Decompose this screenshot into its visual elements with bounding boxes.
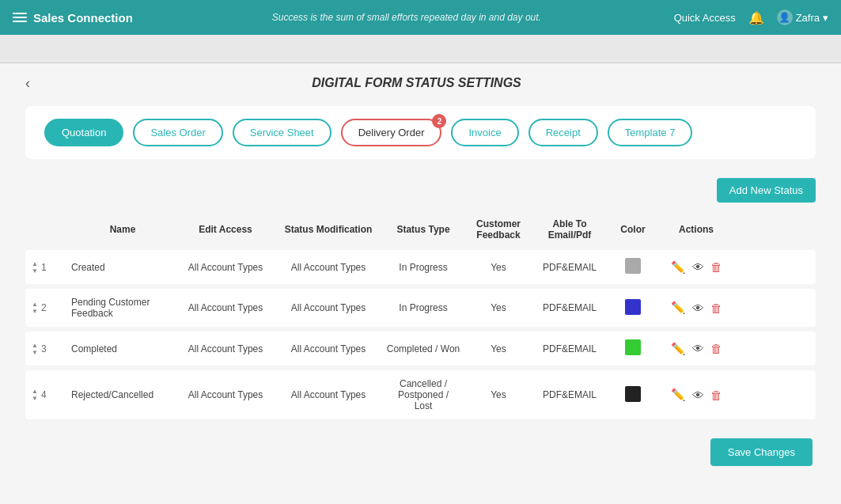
edit-icon-4[interactable]: ✏️	[671, 388, 686, 402]
row-number-2: 2	[41, 302, 47, 313]
row-status-type-4: Cancelled / Postponed / Lost	[380, 378, 467, 411]
view-icon-2[interactable]: 👁	[692, 301, 704, 315]
nav-right-section: Quick Access 🔔 👤 Zafra ▾	[674, 9, 828, 25]
row-color-4	[609, 386, 657, 404]
row-color-1	[609, 258, 657, 276]
row-actions-4: ✏️ 👁 🗑	[657, 388, 736, 402]
col-header-edit-access: Edit Access	[174, 224, 277, 235]
row-number-3: 3	[41, 343, 47, 354]
view-icon-1[interactable]: 👁	[692, 260, 704, 274]
delete-icon-4[interactable]: 🗑	[710, 388, 722, 402]
row-number-4: 4	[41, 389, 47, 400]
view-icon-3[interactable]: 👁	[692, 342, 704, 355]
tab-service-sheet[interactable]: Service Sheet	[233, 119, 331, 146]
notification-bell-icon[interactable]: 🔔	[748, 10, 764, 25]
delete-icon-3[interactable]: 🗑	[710, 342, 722, 355]
table-row: ▲▼ 1 Created All Account Types All Accou…	[25, 250, 816, 284]
tab-receipt[interactable]: Receipt	[528, 119, 598, 146]
table-row: ▲▼ 2 Pending Customer Feedback All Accou…	[25, 289, 816, 327]
save-changes-button[interactable]: Save Changes	[710, 438, 813, 466]
table-actions: Add New Status	[25, 178, 816, 203]
quick-access-link[interactable]: Quick Access	[674, 12, 736, 24]
row-email-pdf-3: PDF&EMAIL	[530, 343, 609, 354]
row-edit-access-1: All Account Types	[174, 262, 277, 273]
row-status-type-3: Completed / Won	[380, 343, 467, 354]
col-header-color: Color	[609, 224, 657, 235]
edit-icon-3[interactable]: ✏️	[671, 342, 686, 356]
tab-bar: QuotationSales OrderService SheetDeliver…	[25, 106, 816, 159]
brand-name: Sales Connection	[33, 11, 133, 25]
delete-icon-1[interactable]: 🗑	[710, 260, 722, 274]
row-status-mod-3: All Account Types	[277, 343, 380, 354]
sort-arrows-2[interactable]: ▲▼	[32, 301, 38, 315]
color-swatch-4	[625, 386, 641, 402]
footer-actions: Save Changes	[25, 438, 816, 466]
sort-col-4[interactable]: ▲▼ 4	[32, 388, 71, 402]
page-header: ‹ DIGITAL FORM STATUS SETTINGS	[25, 76, 816, 90]
row-feedback-3: Yes	[467, 343, 530, 354]
row-status-mod-1: All Account Types	[277, 262, 380, 273]
tab-quotation[interactable]: Quotation	[44, 119, 123, 146]
sort-col-1[interactable]: ▲▼ 1	[32, 260, 71, 275]
tab-template-7[interactable]: Template 7	[608, 119, 693, 146]
tab-invoice[interactable]: Invoice	[451, 119, 518, 146]
table-row: ▲▼ 3 Completed All Account Types All Acc…	[25, 332, 816, 366]
status-rows-container: ▲▼ 1 Created All Account Types All Accou…	[25, 250, 816, 419]
user-menu[interactable]: 👤 Zafra ▾	[777, 9, 828, 25]
add-new-status-button[interactable]: Add New Status	[717, 178, 816, 203]
sort-arrows-1[interactable]: ▲▼	[32, 260, 38, 275]
row-feedback-2: Yes	[467, 302, 530, 313]
tab-badge-delivery-order: 2	[432, 114, 446, 128]
row-name-1: Created	[71, 262, 174, 273]
row-status-mod-4: All Account Types	[277, 389, 380, 400]
sort-col-3[interactable]: ▲▼ 3	[32, 342, 71, 356]
row-status-type-2: In Progress	[380, 302, 467, 313]
row-email-pdf-2: PDF&EMAIL	[530, 302, 609, 313]
sort-arrows-3[interactable]: ▲▼	[32, 342, 38, 356]
row-email-pdf-4: PDF&EMAIL	[530, 389, 609, 400]
col-header-customer-feedback: CustomerFeedback	[467, 218, 530, 241]
edit-icon-2[interactable]: ✏️	[671, 301, 686, 315]
sort-col-2[interactable]: ▲▼ 2	[32, 301, 71, 315]
row-email-pdf-1: PDF&EMAIL	[530, 262, 609, 273]
motivational-quote: Success is the sum of small efforts repe…	[139, 12, 674, 23]
row-feedback-1: Yes	[467, 262, 530, 273]
back-button[interactable]: ‹	[25, 76, 30, 90]
row-edit-access-3: All Account Types	[174, 343, 277, 354]
username-label: Zafra	[796, 12, 820, 24]
row-name-4: Rejected/Cancelled	[71, 389, 174, 400]
main-content: ‹ DIGITAL FORM STATUS SETTINGS Quotation…	[0, 63, 841, 504]
row-number-1: 1	[41, 262, 47, 273]
edit-icon-1[interactable]: ✏️	[671, 260, 686, 275]
sub-navigation	[0, 35, 841, 63]
sort-arrows-4[interactable]: ▲▼	[32, 388, 38, 402]
top-navigation: Sales Connection Success is the sum of s…	[0, 0, 841, 35]
row-edit-access-2: All Account Types	[174, 302, 277, 313]
col-header-actions: Actions	[657, 224, 736, 235]
page-title: DIGITAL FORM STATUS SETTINGS	[36, 76, 797, 90]
color-swatch-1	[625, 258, 641, 274]
hamburger-menu[interactable]	[13, 13, 27, 22]
chevron-down-icon: ▾	[823, 12, 828, 24]
row-actions-1: ✏️ 👁 🗑	[657, 260, 736, 275]
col-header-status-modification: Status Modification	[277, 224, 380, 235]
col-header-status-type: Status Type	[380, 224, 467, 235]
col-header-name: Name	[71, 224, 174, 235]
row-status-type-1: In Progress	[380, 262, 467, 273]
row-feedback-4: Yes	[467, 389, 530, 400]
row-name-2: Pending Customer Feedback	[71, 297, 174, 319]
brand-logo: Sales Connection	[13, 11, 139, 25]
row-actions-2: ✏️ 👁 🗑	[657, 301, 736, 315]
row-actions-3: ✏️ 👁 🗑	[657, 342, 736, 356]
color-swatch-3	[625, 339, 641, 355]
col-header-email-pdf: Able To Email/Pdf	[530, 218, 609, 241]
row-name-3: Completed	[71, 343, 174, 354]
delete-icon-2[interactable]: 🗑	[710, 301, 722, 315]
row-edit-access-4: All Account Types	[174, 389, 277, 400]
tab-delivery-order[interactable]: Delivery Order2	[341, 119, 442, 146]
tab-sales-order[interactable]: Sales Order	[133, 119, 222, 146]
view-icon-4[interactable]: 👁	[692, 388, 704, 402]
color-swatch-2	[625, 299, 641, 315]
table-row: ▲▼ 4 Rejected/Cancelled All Account Type…	[25, 370, 816, 419]
table-header: Name Edit Access Status Modification Sta…	[25, 212, 816, 247]
